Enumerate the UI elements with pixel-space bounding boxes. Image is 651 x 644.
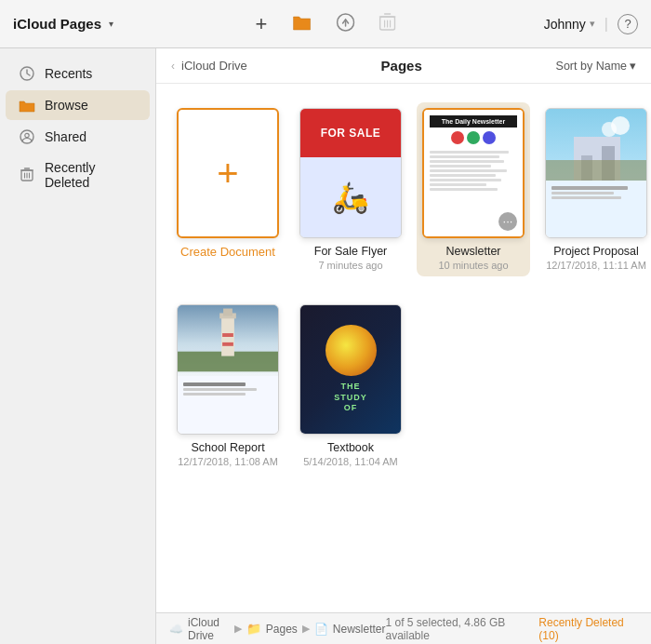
for-sale-flyer-item[interactable]: FOR SALE 🛵 For Sale Flyer 7 minutes ago xyxy=(294,102,407,276)
add-document-button[interactable]: + xyxy=(252,10,272,38)
project-thumb-content xyxy=(546,109,646,237)
documents-grid: + Create Document FOR SALE 🛵 For xyxy=(156,84,651,612)
toolbar-divider: | xyxy=(604,16,608,33)
textbook-title-text: THESTUDYOF xyxy=(334,382,367,414)
for-sale-thumb-content: FOR SALE 🛵 xyxy=(300,109,401,237)
toolbar-right: Johnny ▾ | ? xyxy=(544,14,638,34)
school-image-area xyxy=(178,305,278,376)
svg-rect-28 xyxy=(223,308,232,315)
sidebar-recents-label: Recents xyxy=(45,66,92,81)
textbook-date: 5/14/2018, 11:04 AM xyxy=(303,456,398,467)
for-sale-flyer-date: 7 minutes ago xyxy=(318,260,382,271)
project-proposal-date: 12/17/2018, 11:11 AM xyxy=(546,260,646,271)
upload-icon xyxy=(336,13,354,34)
sidebar-item-recents[interactable]: Recents xyxy=(6,59,150,88)
sidebar-item-recently-deleted[interactable]: Recently Deleted xyxy=(6,154,150,196)
status-breadcrumb: ☁️ iCloud Drive ▶ 📁 Pages ▶ 📄 Newsletter xyxy=(169,616,386,642)
status-sep-1: ▶ xyxy=(234,623,242,635)
create-document-thumbnail[interactable]: + xyxy=(177,108,279,238)
trash-sidebar-icon xyxy=(19,167,35,183)
status-bar: ☁️ iCloud Drive ▶ 📁 Pages ▶ 📄 Newsletter… xyxy=(156,612,651,644)
scooter-icon: 🛵 xyxy=(332,180,369,215)
textbook-item[interactable]: THESTUDYOF Textbook 5/14/2018, 11:04 AM xyxy=(294,299,407,473)
school-report-label: School Report xyxy=(191,441,264,454)
newsletter-dots xyxy=(430,131,517,144)
school-body xyxy=(178,376,278,402)
help-icon: ? xyxy=(624,17,631,31)
newsletter-item[interactable]: The Daily Newsletter xyxy=(417,102,530,276)
school-report-thumb-content xyxy=(178,305,278,434)
toolbar-left: iCloud Pages ▾ xyxy=(13,16,113,32)
toolbar-center: + xyxy=(252,9,400,38)
newsletter-label: Newsletter xyxy=(445,245,500,258)
dot-3 xyxy=(483,131,496,144)
main-layout: Recents Browse Shared xyxy=(0,48,651,644)
folder-open-icon xyxy=(291,13,312,34)
status-selection-info: 1 of 5 selected, 4.86 GB available xyxy=(386,616,539,642)
breadcrumb-back[interactable]: ‹ iCloud Drive xyxy=(171,59,247,73)
sidebar-item-shared[interactable]: Shared xyxy=(6,122,150,152)
svg-rect-30 xyxy=(222,342,233,346)
status-pages-folder-icon: 📁 xyxy=(246,622,261,636)
add-icon: + xyxy=(256,14,268,34)
textbook-circle-graphic xyxy=(326,325,377,376)
textbook-thumbnail[interactable]: THESTUDYOF xyxy=(299,304,402,435)
user-menu-button[interactable]: Johnny ▾ xyxy=(544,17,595,32)
for-sale-flyer-label: For Sale Flyer xyxy=(314,245,388,258)
breadcrumb-arrow: ‹ xyxy=(171,60,175,73)
delete-button[interactable] xyxy=(375,9,399,38)
sort-button[interactable]: Sort by Name ▾ xyxy=(556,59,636,73)
for-sale-image-area: 🛵 xyxy=(300,157,401,237)
newsletter-thumbnail[interactable]: The Daily Newsletter xyxy=(422,108,525,238)
create-document-label: Create Document xyxy=(180,245,275,259)
dot-1 xyxy=(451,131,464,144)
school-report-item[interactable]: School Report 12/17/2018, 11:08 AM xyxy=(171,299,285,473)
folder-icon xyxy=(19,97,35,114)
sidebar-recently-deleted-label: Recently Deleted xyxy=(45,160,137,190)
textbook-label: Textbook xyxy=(327,441,374,454)
newsletter-date: 10 minutes ago xyxy=(438,260,508,271)
for-sale-red-banner: FOR SALE xyxy=(300,109,401,157)
clock-icon xyxy=(19,65,35,82)
school-report-date: 12/17/2018, 11:08 AM xyxy=(178,456,278,467)
project-image-area xyxy=(546,109,646,180)
svg-rect-29 xyxy=(222,333,233,337)
create-plus-icon: + xyxy=(217,154,238,192)
sidebar-shared-label: Shared xyxy=(45,129,86,144)
status-newsletter-label: Newsletter xyxy=(333,623,386,636)
status-pages-label: Pages xyxy=(266,623,298,636)
status-sep-2: ▶ xyxy=(302,623,310,635)
newsletter-more-button[interactable]: ··· xyxy=(498,212,517,231)
svg-point-10 xyxy=(25,133,29,137)
project-proposal-item[interactable]: Project Proposal 12/17/2018, 11:11 AM xyxy=(539,102,651,276)
browse-button[interactable] xyxy=(287,9,315,38)
sort-label: Sort by Name xyxy=(556,60,627,73)
newsletter-header-bar: The Daily Newsletter xyxy=(430,115,517,127)
help-button[interactable]: ? xyxy=(618,14,638,34)
trash-icon xyxy=(379,13,395,34)
status-recently-deleted-button[interactable]: Recently Deleted (10) xyxy=(538,616,638,642)
sidebar-browse-label: Browse xyxy=(45,98,88,113)
upload-button[interactable] xyxy=(332,9,358,38)
newsletter-lines xyxy=(430,147,517,195)
toolbar: iCloud Pages ▾ + xyxy=(0,0,651,48)
app-title: iCloud Pages xyxy=(13,16,101,32)
school-report-thumbnail[interactable] xyxy=(177,304,279,435)
project-proposal-label: Project Proposal xyxy=(553,245,639,258)
status-icloud-drive-label: iCloud Drive xyxy=(188,616,230,642)
sidebar: Recents Browse Shared xyxy=(0,48,156,644)
sidebar-item-browse[interactable]: Browse xyxy=(6,90,150,120)
textbook-thumb-content: THESTUDYOF xyxy=(300,305,401,434)
status-newsletter-icon: 📄 xyxy=(314,623,328,636)
create-document-item[interactable]: + Create Document xyxy=(171,102,285,276)
user-dropdown-arrow: ▾ xyxy=(590,18,595,30)
for-sale-flyer-thumbnail[interactable]: FOR SALE 🛵 xyxy=(299,108,402,238)
app-title-dropdown-arrow[interactable]: ▾ xyxy=(109,19,113,29)
status-cloud-icon: ☁️ xyxy=(169,623,183,636)
dot-2 xyxy=(467,131,480,144)
svg-point-23 xyxy=(602,122,617,137)
project-proposal-thumbnail[interactable] xyxy=(545,108,647,238)
user-label: Johnny xyxy=(544,17,586,32)
svg-rect-21 xyxy=(546,160,646,181)
for-sale-banner-text: FOR SALE xyxy=(321,127,381,140)
